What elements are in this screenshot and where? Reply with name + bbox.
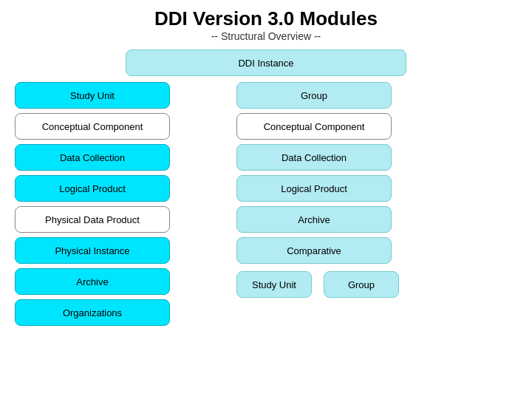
left-col-item-0: Study Unit	[15, 82, 170, 109]
bottom-row: Study UnitGroup	[236, 271, 399, 298]
right-col-item-1: Conceptual Component	[236, 113, 392, 140]
left-col-item-6: Archive	[15, 268, 170, 295]
right-col-item-3: Logical Product	[236, 175, 392, 202]
main-title: DDI Version 3.0 Modules	[15, 7, 517, 30]
bottom-row-item-0: Study Unit	[236, 271, 312, 298]
sub-title: -- Structural Overview --	[15, 30, 517, 42]
title-area: DDI Version 3.0 Modules -- Structural Ov…	[15, 7, 517, 42]
left-col-item-3: Logical Product	[15, 175, 170, 202]
left-col-item-1: Conceptual Component	[15, 113, 170, 140]
left-column: Study UnitConceptual ComponentData Colle…	[15, 82, 177, 326]
bottom-row-item-1: Group	[324, 271, 399, 298]
right-col-item-2: Data Collection	[236, 144, 392, 171]
content-area: DDI Instance Study UnitConceptual Compon…	[15, 50, 517, 326]
left-col-item-7: Organizations	[15, 299, 170, 326]
ddi-instance-box: DDI Instance	[126, 50, 406, 76]
left-col-item-5: Physical Instance	[15, 237, 170, 264]
left-col-item-4: Physical Data Product	[15, 206, 170, 233]
right-col-item-4: Archive	[236, 206, 392, 233]
columns-container: Study UnitConceptual ComponentData Colle…	[15, 82, 517, 326]
page: DDI Version 3.0 Modules -- Structural Ov…	[0, 0, 532, 399]
right-col-item-5: Comparative	[236, 237, 392, 264]
right-column: GroupConceptual ComponentData Collection…	[236, 82, 399, 326]
left-col-item-2: Data Collection	[15, 144, 170, 171]
right-col-item-0: Group	[236, 82, 392, 109]
